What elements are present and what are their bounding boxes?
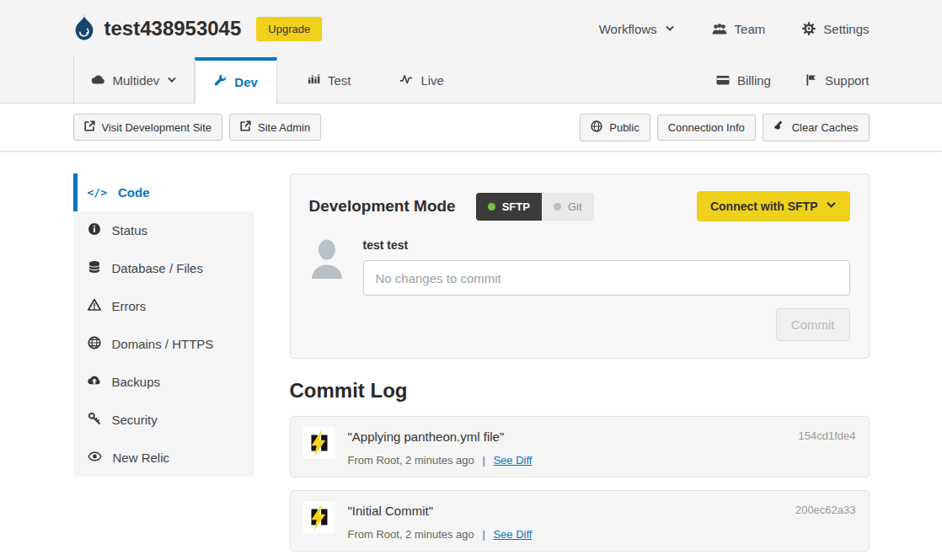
clear-caches-label: Clear Caches xyxy=(792,121,859,134)
broom-icon xyxy=(773,120,785,135)
team-menu[interactable]: Team xyxy=(712,22,766,36)
warning-triangle-icon xyxy=(88,298,101,314)
external-link-icon xyxy=(84,120,95,134)
settings-label: Settings xyxy=(823,22,869,36)
drupal-droplet-logo xyxy=(73,13,95,44)
commit-message-input[interactable] xyxy=(363,260,850,296)
see-diff-link[interactable]: See Diff xyxy=(493,528,532,541)
tab-test-label: Test xyxy=(328,73,351,88)
billing-link[interactable]: Billing xyxy=(716,57,771,103)
sidebar-item-status[interactable]: Status xyxy=(73,211,254,249)
multidev-dropdown[interactable]: Multidev xyxy=(73,57,195,103)
database-icon xyxy=(88,260,101,276)
commit-meta-text: From Root, 2 minutes ago xyxy=(348,454,474,467)
commit-button[interactable]: Commit xyxy=(776,308,850,341)
visit-development-site-button[interactable]: Visit Development Site xyxy=(73,114,223,141)
connect-with-sftp-label: Connect with SFTP xyxy=(710,200,818,213)
app-header: test438953045 Upgrade Workflows Team xyxy=(0,0,942,104)
commit-meta-text: From Root, 2 minutes ago xyxy=(348,528,474,541)
sidebar-item-security[interactable]: Security xyxy=(73,401,254,439)
commit-hash: 154cd1fde4 xyxy=(799,429,856,467)
meta-separator: | xyxy=(482,454,484,467)
multidev-label: Multidev xyxy=(113,73,160,88)
clear-caches-button[interactable]: Clear Caches xyxy=(763,114,870,141)
env-toolbar: Visit Development Site Site Admin Public… xyxy=(0,104,942,152)
sidebar-item-domains-https[interactable]: Domains / HTTPS xyxy=(73,325,254,363)
test-bars-icon xyxy=(308,72,320,88)
code-icon: </> xyxy=(88,186,107,199)
page-title: test438953045 xyxy=(104,17,242,40)
sidebar-item-label: New Relic xyxy=(113,451,170,465)
workflows-menu[interactable]: Workflows xyxy=(599,22,675,36)
sidebar-item-label: Backups xyxy=(112,375,161,389)
cloud-upload-icon xyxy=(88,374,101,390)
credit-card-icon xyxy=(716,73,730,87)
user-avatar xyxy=(309,237,345,341)
see-diff-link[interactable]: See Diff xyxy=(493,454,532,467)
chevron-down-icon xyxy=(167,73,177,88)
sidebar-item-label: Domains / HTTPS xyxy=(112,337,214,351)
environment-nav: Multidev Dev Test xyxy=(73,57,870,103)
sidebar-item-label: Code xyxy=(118,185,150,200)
info-icon xyxy=(88,222,101,238)
tab-test[interactable]: Test xyxy=(289,57,370,103)
upgrade-button[interactable]: Upgrade xyxy=(256,17,322,41)
sftp-toggle-option[interactable]: SFTP xyxy=(476,193,542,221)
sidebar-item-errors[interactable]: Errors xyxy=(73,287,254,325)
connection-info-label: Connection Info xyxy=(668,121,745,134)
cloud-icon xyxy=(91,73,105,88)
sftp-label: SFTP xyxy=(502,200,530,213)
connection-info-button[interactable]: Connection Info xyxy=(657,115,756,141)
support-link[interactable]: Support xyxy=(805,57,870,103)
settings-menu[interactable]: Settings xyxy=(802,22,869,36)
sidebar-item-new-relic[interactable]: New Relic xyxy=(73,439,254,477)
sidebar-item-database-files[interactable]: Database / Files xyxy=(73,249,254,287)
env-nav-spacer xyxy=(463,57,682,103)
connect-with-sftp-button[interactable]: Connect with SFTP xyxy=(697,191,850,221)
commit-hash: 200ec62a33 xyxy=(795,504,856,541)
development-mode-panel: Development Mode SFTP Git Connect with S… xyxy=(290,173,870,359)
tab-live[interactable]: Live xyxy=(381,57,463,103)
wrench-icon xyxy=(214,75,227,90)
public-button[interactable]: Public xyxy=(580,114,650,141)
gear-icon xyxy=(802,22,816,35)
commit-meta: From Root, 2 minutes ago | See Diff xyxy=(348,528,795,541)
external-link-icon xyxy=(240,120,251,134)
git-label: Git xyxy=(568,200,582,213)
commit-log-title: Commit Log xyxy=(290,379,870,403)
sidebar-item-label: Status xyxy=(112,223,148,237)
commit-meta: From Root, 2 minutes ago | See Diff xyxy=(348,454,799,467)
commit-author-avatar xyxy=(303,427,335,459)
tab-dev[interactable]: Dev xyxy=(195,57,277,104)
code-panel: Development Mode SFTP Git Connect with S… xyxy=(290,173,870,560)
public-label: Public xyxy=(609,121,639,134)
workflows-label: Workflows xyxy=(599,22,657,36)
sftp-active-dot xyxy=(488,203,495,211)
meta-separator: | xyxy=(482,528,484,541)
eye-icon xyxy=(88,450,102,466)
sidebar-item-label: Errors xyxy=(112,299,147,313)
commit-author-avatar xyxy=(303,501,335,533)
development-mode-title: Development Mode xyxy=(309,197,456,216)
sidebar-item-code[interactable]: </> Code xyxy=(73,173,254,211)
user-name: test test xyxy=(363,238,850,252)
billing-label: Billing xyxy=(737,73,771,88)
tab-live-label: Live xyxy=(420,73,444,88)
key-icon xyxy=(88,412,101,428)
commit-row: "Applying pantheon.yml file" From Root, … xyxy=(290,416,870,477)
site-header-row: test438953045 Upgrade Workflows Team xyxy=(73,0,870,57)
sidebar-item-backups[interactable]: Backups xyxy=(73,363,254,401)
git-toggle-option[interactable]: Git xyxy=(542,193,594,221)
chevron-down-icon xyxy=(826,200,837,213)
commit-row: "Initial Commit" From Root, 2 minutes ag… xyxy=(290,490,870,552)
git-inactive-dot xyxy=(554,203,561,211)
site-admin-button[interactable]: Site Admin xyxy=(229,114,321,141)
commit-message: "Initial Commit" xyxy=(348,504,795,518)
sidebar: </> Code Status Database / Files Errors xyxy=(73,173,254,560)
sidebar-item-label: Database / Files xyxy=(112,261,203,275)
site-admin-label: Site Admin xyxy=(258,121,310,134)
sidebar-item-label: Security xyxy=(112,413,158,427)
mode-toggle: SFTP Git xyxy=(476,193,594,221)
globe-icon xyxy=(88,336,101,352)
tab-dev-label: Dev xyxy=(234,75,258,89)
